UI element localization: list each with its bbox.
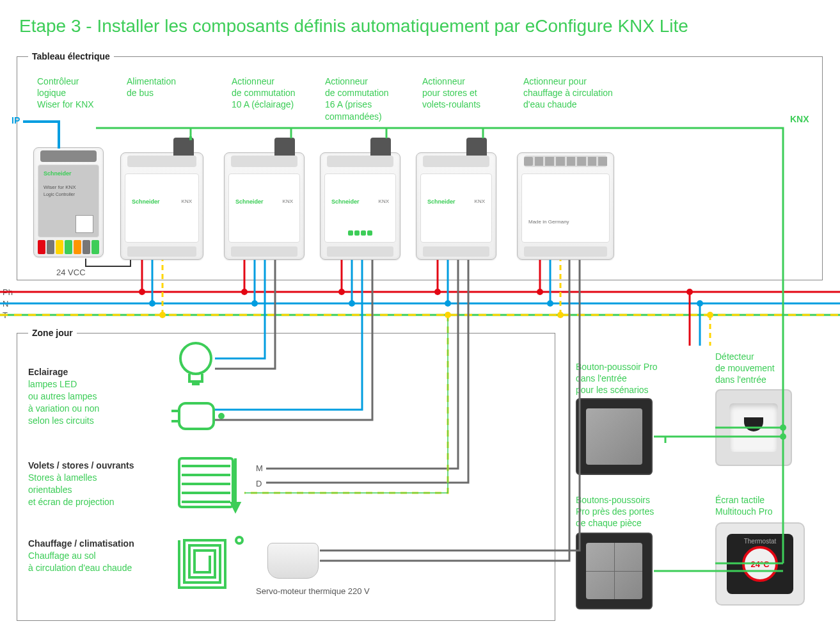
label-motion: Détecteur de mouvement dans l'entrée	[715, 351, 775, 386]
device-actuator-16a: Schneider KNX	[320, 152, 400, 260]
page-title: Etape 3 - Installer les composants défin…	[19, 16, 688, 36]
panel-electrical-label: Tableau électrique	[28, 51, 114, 61]
node-n	[697, 300, 703, 307]
label-motor-m: M	[256, 463, 263, 473]
label-psu: Alimentation de bus	[127, 76, 176, 99]
node-t	[445, 312, 451, 318]
node-ph	[139, 289, 145, 295]
device-psu: Schneider KNX	[120, 152, 203, 260]
node-ph	[537, 289, 543, 295]
desc-heating: Chauffage / climatisation Chauffage au s…	[28, 538, 134, 574]
node-ph	[338, 289, 345, 295]
desc-lighting: Eclairage lampes LED ou autres lampes à …	[28, 366, 99, 426]
device-touchscreen: Thermostat 24°C	[715, 522, 805, 606]
device-pb-entry	[576, 398, 653, 475]
node-t	[557, 312, 564, 318]
label-t: T	[3, 310, 8, 320]
label-knx: KNX	[790, 114, 809, 124]
label-24vcc: 24 VCC	[56, 268, 86, 277]
node-n	[547, 300, 553, 307]
label-ip: IP	[12, 115, 20, 125]
node-n	[251, 300, 258, 307]
node-n	[445, 300, 451, 307]
node-n	[149, 300, 155, 307]
device-controller: Schneider Wiser for KNX Logic Controller	[33, 147, 104, 257]
device-actuator-blinds: Schneider KNX	[416, 152, 496, 260]
desc-blinds: Volets / stores / ouvrants Stores à lame…	[28, 460, 134, 508]
label-touch: Écran tactile Multitouch Pro	[715, 494, 772, 517]
device-servo	[267, 543, 319, 579]
node-knx	[780, 424, 786, 431]
node-knx	[780, 433, 786, 440]
node-ph	[434, 289, 441, 295]
label-actuator-16a: Actionneur de commutation 16 A (prises c…	[325, 76, 389, 122]
node-t	[159, 312, 166, 318]
label-pb-rooms: Boutons-poussoirs Pro près des portes de…	[576, 494, 654, 529]
device-actuator-heating: Made in Germany	[517, 152, 614, 260]
label-n: N	[3, 299, 8, 309]
node-ph	[686, 289, 693, 295]
label-controller: Contrôleur logique Wiser for KNX	[37, 76, 94, 111]
label-pb-entry: Bouton-poussoir Pro dans l'entrée pour l…	[576, 361, 658, 396]
node-n	[349, 300, 355, 307]
label-motor-d: D	[256, 479, 262, 488]
node-t	[707, 312, 713, 318]
device-actuator-10a: Schneider KNX	[224, 152, 305, 260]
label-ph: Ph	[3, 287, 13, 297]
panel-dayzone-label: Zone jour	[28, 328, 77, 338]
label-actuator-10a: Actionneur de commutation 10 A (éclairag…	[232, 76, 296, 111]
node-ph	[241, 289, 248, 295]
device-pb-rooms	[576, 533, 653, 609]
label-servo: Servo-moteur thermique 220 V	[256, 586, 370, 596]
label-actuator-blinds: Actionneur pour stores et volets-roulant…	[422, 76, 480, 111]
label-actuator-heating: Actionneur pour chauffage à circulation …	[523, 76, 613, 111]
